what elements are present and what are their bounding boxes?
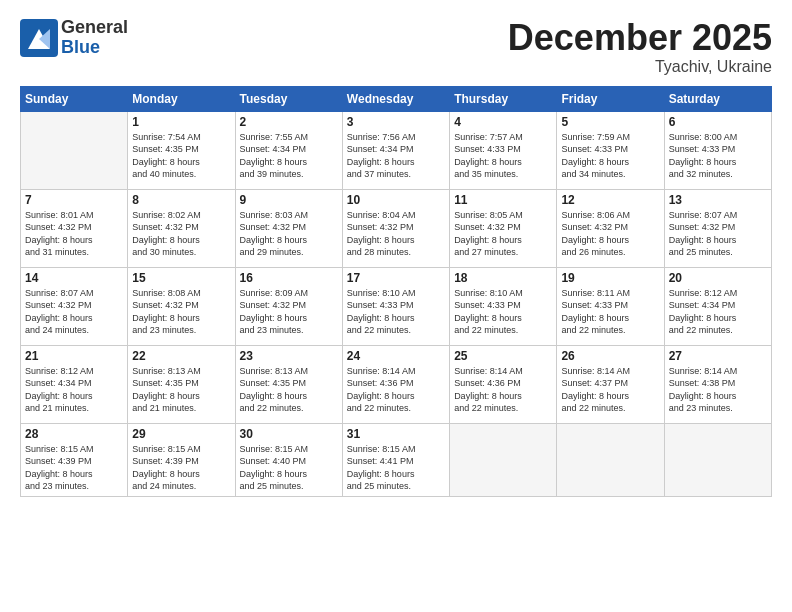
table-row: 31Sunrise: 8:15 AMSunset: 4:41 PMDayligh…: [342, 423, 449, 496]
day-number: 17: [347, 271, 445, 285]
cell-info: Sunrise: 8:12 AMSunset: 4:34 PMDaylight:…: [25, 365, 123, 415]
day-number: 19: [561, 271, 659, 285]
day-number: 29: [132, 427, 230, 441]
table-row: 20Sunrise: 8:12 AMSunset: 4:34 PMDayligh…: [664, 267, 771, 345]
table-row: 15Sunrise: 8:08 AMSunset: 4:32 PMDayligh…: [128, 267, 235, 345]
table-row: 16Sunrise: 8:09 AMSunset: 4:32 PMDayligh…: [235, 267, 342, 345]
day-number: 30: [240, 427, 338, 441]
day-number: 25: [454, 349, 552, 363]
location: Tyachiv, Ukraine: [508, 58, 772, 76]
day-number: 16: [240, 271, 338, 285]
calendar-header-row: Sunday Monday Tuesday Wednesday Thursday…: [21, 86, 772, 111]
day-number: 9: [240, 193, 338, 207]
cell-info: Sunrise: 8:01 AMSunset: 4:32 PMDaylight:…: [25, 209, 123, 259]
day-number: 22: [132, 349, 230, 363]
day-number: 26: [561, 349, 659, 363]
cell-info: Sunrise: 8:13 AMSunset: 4:35 PMDaylight:…: [240, 365, 338, 415]
table-row: 25Sunrise: 8:14 AMSunset: 4:36 PMDayligh…: [450, 345, 557, 423]
day-number: 4: [454, 115, 552, 129]
calendar-week-row: 28Sunrise: 8:15 AMSunset: 4:39 PMDayligh…: [21, 423, 772, 496]
cell-info: Sunrise: 8:11 AMSunset: 4:33 PMDaylight:…: [561, 287, 659, 337]
table-row: [664, 423, 771, 496]
day-number: 12: [561, 193, 659, 207]
table-row: 8Sunrise: 8:02 AMSunset: 4:32 PMDaylight…: [128, 189, 235, 267]
table-row: 22Sunrise: 8:13 AMSunset: 4:35 PMDayligh…: [128, 345, 235, 423]
table-row: 1Sunrise: 7:54 AMSunset: 4:35 PMDaylight…: [128, 111, 235, 189]
col-sunday: Sunday: [21, 86, 128, 111]
table-row: 9Sunrise: 8:03 AMSunset: 4:32 PMDaylight…: [235, 189, 342, 267]
cell-info: Sunrise: 8:00 AMSunset: 4:33 PMDaylight:…: [669, 131, 767, 181]
table-row: 10Sunrise: 8:04 AMSunset: 4:32 PMDayligh…: [342, 189, 449, 267]
cell-info: Sunrise: 8:14 AMSunset: 4:38 PMDaylight:…: [669, 365, 767, 415]
cell-info: Sunrise: 8:14 AMSunset: 4:37 PMDaylight:…: [561, 365, 659, 415]
calendar-week-row: 7Sunrise: 8:01 AMSunset: 4:32 PMDaylight…: [21, 189, 772, 267]
col-wednesday: Wednesday: [342, 86, 449, 111]
cell-info: Sunrise: 8:07 AMSunset: 4:32 PMDaylight:…: [669, 209, 767, 259]
table-row: 30Sunrise: 8:15 AMSunset: 4:40 PMDayligh…: [235, 423, 342, 496]
table-row: [21, 111, 128, 189]
cell-info: Sunrise: 8:10 AMSunset: 4:33 PMDaylight:…: [347, 287, 445, 337]
cell-info: Sunrise: 8:04 AMSunset: 4:32 PMDaylight:…: [347, 209, 445, 259]
table-row: 24Sunrise: 8:14 AMSunset: 4:36 PMDayligh…: [342, 345, 449, 423]
day-number: 5: [561, 115, 659, 129]
logo-blue: Blue: [61, 38, 128, 58]
cell-info: Sunrise: 8:05 AMSunset: 4:32 PMDaylight:…: [454, 209, 552, 259]
table-row: 4Sunrise: 7:57 AMSunset: 4:33 PMDaylight…: [450, 111, 557, 189]
table-row: 29Sunrise: 8:15 AMSunset: 4:39 PMDayligh…: [128, 423, 235, 496]
page: General Blue December 2025 Tyachiv, Ukra…: [0, 0, 792, 612]
table-row: 19Sunrise: 8:11 AMSunset: 4:33 PMDayligh…: [557, 267, 664, 345]
col-saturday: Saturday: [664, 86, 771, 111]
cell-info: Sunrise: 7:57 AMSunset: 4:33 PMDaylight:…: [454, 131, 552, 181]
cell-info: Sunrise: 7:54 AMSunset: 4:35 PMDaylight:…: [132, 131, 230, 181]
cell-info: Sunrise: 8:14 AMSunset: 4:36 PMDaylight:…: [454, 365, 552, 415]
day-number: 24: [347, 349, 445, 363]
col-thursday: Thursday: [450, 86, 557, 111]
calendar-week-row: 14Sunrise: 8:07 AMSunset: 4:32 PMDayligh…: [21, 267, 772, 345]
day-number: 13: [669, 193, 767, 207]
table-row: 26Sunrise: 8:14 AMSunset: 4:37 PMDayligh…: [557, 345, 664, 423]
day-number: 23: [240, 349, 338, 363]
day-number: 18: [454, 271, 552, 285]
day-number: 15: [132, 271, 230, 285]
day-number: 10: [347, 193, 445, 207]
cell-info: Sunrise: 8:02 AMSunset: 4:32 PMDaylight:…: [132, 209, 230, 259]
calendar-week-row: 1Sunrise: 7:54 AMSunset: 4:35 PMDaylight…: [21, 111, 772, 189]
logo-general: General: [61, 18, 128, 38]
day-number: 1: [132, 115, 230, 129]
table-row: 14Sunrise: 8:07 AMSunset: 4:32 PMDayligh…: [21, 267, 128, 345]
day-number: 31: [347, 427, 445, 441]
day-number: 21: [25, 349, 123, 363]
day-number: 28: [25, 427, 123, 441]
cell-info: Sunrise: 8:06 AMSunset: 4:32 PMDaylight:…: [561, 209, 659, 259]
day-number: 6: [669, 115, 767, 129]
col-tuesday: Tuesday: [235, 86, 342, 111]
table-row: 3Sunrise: 7:56 AMSunset: 4:34 PMDaylight…: [342, 111, 449, 189]
logo-icon: [20, 19, 58, 57]
table-row: 13Sunrise: 8:07 AMSunset: 4:32 PMDayligh…: [664, 189, 771, 267]
day-number: 8: [132, 193, 230, 207]
table-row: 17Sunrise: 8:10 AMSunset: 4:33 PMDayligh…: [342, 267, 449, 345]
cell-info: Sunrise: 8:15 AMSunset: 4:39 PMDaylight:…: [25, 443, 123, 493]
cell-info: Sunrise: 8:08 AMSunset: 4:32 PMDaylight:…: [132, 287, 230, 337]
cell-info: Sunrise: 8:15 AMSunset: 4:40 PMDaylight:…: [240, 443, 338, 493]
col-friday: Friday: [557, 86, 664, 111]
month-title: December 2025: [508, 18, 772, 58]
day-number: 27: [669, 349, 767, 363]
day-number: 3: [347, 115, 445, 129]
cell-info: Sunrise: 8:03 AMSunset: 4:32 PMDaylight:…: [240, 209, 338, 259]
calendar-week-row: 21Sunrise: 8:12 AMSunset: 4:34 PMDayligh…: [21, 345, 772, 423]
day-number: 11: [454, 193, 552, 207]
logo: General Blue: [20, 18, 128, 58]
table-row: 6Sunrise: 8:00 AMSunset: 4:33 PMDaylight…: [664, 111, 771, 189]
day-number: 7: [25, 193, 123, 207]
day-number: 20: [669, 271, 767, 285]
table-row: 7Sunrise: 8:01 AMSunset: 4:32 PMDaylight…: [21, 189, 128, 267]
cell-info: Sunrise: 7:59 AMSunset: 4:33 PMDaylight:…: [561, 131, 659, 181]
table-row: 27Sunrise: 8:14 AMSunset: 4:38 PMDayligh…: [664, 345, 771, 423]
table-row: 5Sunrise: 7:59 AMSunset: 4:33 PMDaylight…: [557, 111, 664, 189]
cell-info: Sunrise: 8:12 AMSunset: 4:34 PMDaylight:…: [669, 287, 767, 337]
table-row: 2Sunrise: 7:55 AMSunset: 4:34 PMDaylight…: [235, 111, 342, 189]
cell-info: Sunrise: 7:56 AMSunset: 4:34 PMDaylight:…: [347, 131, 445, 181]
table-row: 11Sunrise: 8:05 AMSunset: 4:32 PMDayligh…: [450, 189, 557, 267]
cell-info: Sunrise: 8:09 AMSunset: 4:32 PMDaylight:…: [240, 287, 338, 337]
